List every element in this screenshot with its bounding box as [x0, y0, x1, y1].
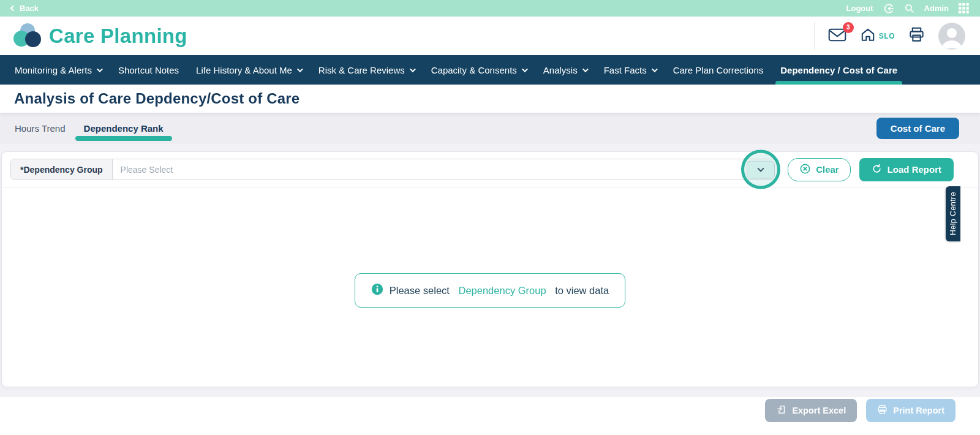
chevron-down-icon [410, 66, 416, 72]
tab-dependency-rank[interactable]: Dependency Rank [83, 113, 165, 144]
nav-item-label: Care Plan Corrections [673, 65, 764, 75]
app-header: Care Planning 3 SLO [0, 17, 980, 55]
select-placeholder: Please Select [121, 165, 173, 175]
nav-item-label: Dependency / Cost of Care [780, 65, 897, 75]
chevron-down-icon [522, 66, 528, 72]
logout-icon[interactable] [883, 3, 894, 14]
nav-item-label: Shortcut Notes [118, 65, 179, 75]
back-label: Back [20, 4, 39, 13]
app-title: Care Planning [49, 25, 187, 48]
nav-item-capacity-consents[interactable]: Capacity & Consents [423, 55, 535, 85]
care-planning-logo [12, 21, 43, 51]
nav-item-label: Analysis [543, 65, 578, 75]
print-report-button[interactable]: Print Report [866, 399, 956, 422]
report-panel: *Dependency Group Please Select [1, 151, 979, 387]
chevron-down-icon [297, 66, 303, 72]
nav-item-monitoring-alerts[interactable]: Monitoring & Alerts [6, 55, 110, 85]
refresh-icon [872, 164, 882, 176]
message-suffix: to view data [552, 285, 609, 297]
footer-actions: Export Excel Print Report [0, 397, 980, 435]
nav-item-shortcut-notes[interactable]: Shortcut Notes [110, 55, 187, 85]
admin-label: Admin [924, 4, 949, 13]
chevron-down-icon [582, 66, 589, 72]
print-button[interactable] [908, 26, 925, 45]
dependency-group-link[interactable]: Dependency Group [458, 285, 546, 297]
back-button[interactable]: Back [11, 4, 39, 13]
dependency-group-label: *Dependency Group [11, 159, 113, 180]
tab-hours-trend[interactable]: Hours Trend [13, 113, 67, 144]
nav-item-fast-facts[interactable]: Fast Facts [595, 55, 665, 85]
nav-item-risk-care-reviews[interactable]: Risk & Care Reviews [310, 55, 423, 85]
home-label: SLO [879, 32, 895, 40]
page-title: Analysis of Care Depdency/Cost of Care [14, 90, 300, 107]
clear-circle-x-icon [799, 163, 811, 176]
tab-label: Dependency Rank [84, 123, 164, 134]
help-centre-tab[interactable]: Help Centre [946, 186, 960, 241]
chevron-left-icon [10, 6, 17, 12]
nav-item-label: Monitoring & Alerts [15, 65, 92, 75]
tab-label: Hours Trend [15, 123, 66, 134]
main-navigation: Monitoring & Alerts Shortcut Notes Life … [0, 55, 980, 85]
nav-item-label: Fast Facts [604, 65, 647, 75]
printer-icon [908, 26, 925, 45]
logout-button[interactable]: Logout [846, 4, 873, 13]
mail-badge: 3 [843, 22, 854, 33]
home-button[interactable]: SLO [860, 27, 895, 45]
report-body: Please select Dependency Group to view d… [2, 187, 978, 308]
admin-menu[interactable]: Admin [924, 4, 949, 13]
nav-item-label: Life History & About Me [196, 65, 292, 75]
nav-item-care-plan-corrections[interactable]: Care Plan Corrections [665, 55, 772, 85]
help-centre-label: Help Centre [949, 192, 957, 235]
load-report-label: Load Report [888, 164, 941, 175]
nav-item-dependency-cost-of-care[interactable]: Dependency / Cost of Care [772, 55, 906, 85]
printer-icon [877, 404, 888, 417]
chevron-down-icon [652, 66, 658, 72]
search-icon[interactable] [904, 3, 914, 13]
filter-bar: *Dependency Group Please Select [2, 152, 978, 187]
dropdown-toggle-button[interactable] [747, 161, 775, 178]
export-excel-button[interactable]: Export Excel [765, 399, 857, 422]
print-report-label: Print Report [893, 406, 944, 415]
clear-button[interactable]: Clear [788, 158, 851, 181]
export-excel-label: Export Excel [792, 406, 846, 415]
nav-item-analysis[interactable]: Analysis [535, 55, 595, 85]
brand[interactable]: Care Planning [12, 21, 187, 51]
cost-of-care-button[interactable]: Cost of Care [876, 118, 959, 139]
message-prefix: Please select [390, 285, 453, 297]
info-message: Please select Dependency Group to view d… [355, 273, 625, 308]
load-report-button[interactable]: Load Report [859, 158, 954, 181]
chevron-down-icon [757, 165, 764, 172]
nav-item-life-history[interactable]: Life History & About Me [187, 55, 310, 85]
user-avatar[interactable] [938, 23, 965, 50]
info-icon [371, 283, 383, 298]
dependency-group-field: *Dependency Group Please Select [10, 159, 779, 180]
dependency-group-select[interactable]: Please Select [113, 159, 779, 180]
logout-label: Logout [846, 4, 873, 13]
tab-bar: Hours Trend Dependency Rank Cost of Care [0, 113, 980, 144]
chevron-down-icon [97, 66, 103, 72]
nav-item-label: Risk & Care Reviews [318, 65, 405, 75]
apps-grid-icon[interactable] [959, 3, 969, 13]
home-icon [860, 27, 876, 45]
page-title-bar: Analysis of Care Depdency/Cost of Care [0, 85, 980, 113]
clear-label: Clear [816, 164, 839, 175]
nav-item-label: Capacity & Consents [431, 65, 517, 75]
messages-button[interactable]: 3 [828, 28, 846, 45]
top-utility-bar: Back Logout Admin [0, 0, 980, 17]
content-area: *Dependency Group Please Select [0, 144, 980, 397]
export-icon [776, 404, 786, 417]
